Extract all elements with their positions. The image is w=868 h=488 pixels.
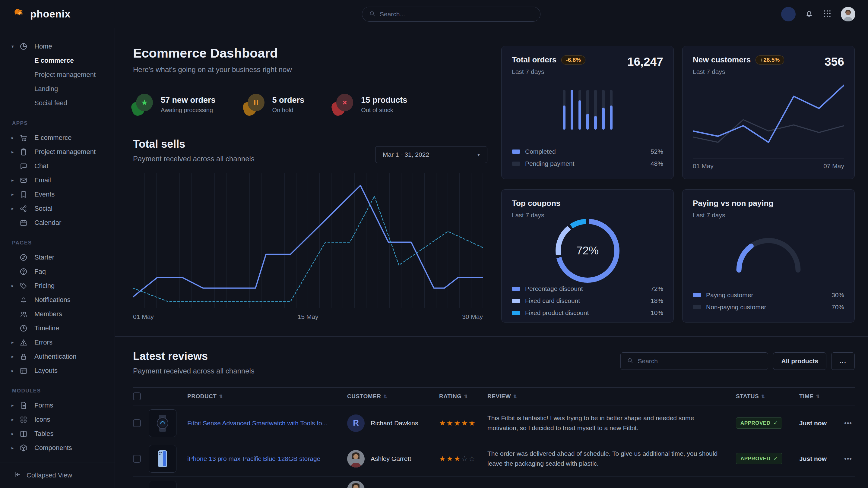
top-coupons-legend: Percentage discount72%Fixed card discoun… [512,283,663,319]
sidebar-item-notifications[interactable]: Notifications [0,293,115,307]
paying-card: Paying vs non paying Last 7 days Paying … [682,189,855,323]
legend-row: Pending payment48% [512,158,663,170]
stat-circle: × [336,94,353,111]
sidebar-item-project-management[interactable]: ▸Project management [0,145,115,159]
legend-label: Percentage discount [525,285,583,292]
sidebar-subitem-landing[interactable]: Landing [0,82,115,96]
all-products-filter-button[interactable]: All products [773,352,826,370]
sidebar-item-chat[interactable]: Chat [0,159,115,173]
paying-period: Last 7 days [693,212,844,219]
user-avatar[interactable] [841,7,855,22]
x-tick-label: 01 May [133,313,154,320]
sidebar-item-label: Errors [34,338,53,346]
collapse-sidebar-button[interactable]: Collapsed View [0,462,115,488]
sidebar-item-forms[interactable]: ▸Forms [0,398,115,412]
sidebar-item-icons[interactable]: ▸Icons [0,412,115,426]
total-sells-title: Total sells [133,138,254,151]
row-menu-button[interactable]: ••• [841,455,855,463]
sidebar-item-pricing[interactable]: ▸Pricing [0,279,115,293]
select-all-checkbox[interactable] [133,392,141,400]
sidebar-item-label: Forms [34,401,53,409]
clipboard-icon [19,148,28,157]
column-header-rating[interactable]: RATING⇅ [439,393,487,400]
paying-legend: Paying customer30%Non-paying customer70% [693,289,844,313]
app-root: phoenix ▾HomeE commerceProject managemen… [0,0,868,488]
sidebar-item-label: Components [34,444,72,452]
total-orders-period: Last 7 days [512,68,627,75]
legend-row: Fixed product discount10% [512,307,663,319]
legend-row: Fixed card discount18% [512,295,663,307]
dashboard-header-column: Ecommerce Dashboard Here's what's going … [133,46,487,323]
sidebar-item-home[interactable]: ▾Home [0,39,115,53]
top-coupons-donut-chart: 72% [512,219,663,283]
sidebar-item-label: Tables [34,430,54,438]
sidebar-item-email[interactable]: ▸Email [0,173,115,187]
sidebar-item-e-commerce[interactable]: ▸E commerce [0,131,115,145]
sidebar-item-errors[interactable]: ▸Errors [0,335,115,349]
collapse-label: Collapsed View [27,471,72,479]
table-row [133,477,855,488]
total-orders-bar-chart [512,75,663,145]
column-header-status[interactable]: STATUS⇅ [736,393,799,400]
column-header-customer[interactable]: CUSTOMER⇅ [347,393,439,400]
kpi-cards: Total orders -6.8% Last 7 days 16,247 Co… [501,46,855,323]
sidebar-item-label: Events [34,191,55,198]
global-search[interactable] [362,7,540,22]
sort-icon: ⇅ [219,394,223,399]
phoenix-logo-icon [13,7,26,21]
column-header-product[interactable]: PRODUCT⇅ [187,393,347,400]
order-bar [610,90,613,130]
apps-menu-button[interactable] [823,9,832,19]
legend-row: Non-paying customer70% [693,301,844,313]
row-checkbox[interactable] [133,419,141,427]
sidebar: ▾HomeE commerceProject managementLanding… [0,28,115,488]
row-checkbox[interactable] [133,455,141,463]
column-header-time[interactable]: TIME⇅ [799,393,841,400]
global-search-input[interactable] [380,10,533,18]
sidebar-item-starter[interactable]: Starter [0,250,115,264]
sidebar-subitem-project-management[interactable]: Project management [0,67,115,82]
stat-circle [248,94,265,111]
row-menu-button[interactable]: ••• [841,419,855,427]
stat-value: 57 new orders [161,96,216,105]
sidebar-item-calendar[interactable]: Calendar [0,216,115,230]
sidebar-item-events[interactable]: ▸Events [0,187,115,201]
chevron-down-icon: ▾ [477,152,480,158]
total-sells-x-axis: 01 May15 May30 May [133,313,483,320]
reviews-table-header: PRODUCT⇅CUSTOMER⇅RATING⇅REVIEW⇅STATUS⇅TI… [133,387,855,405]
sidebar-item-members[interactable]: Members [0,307,115,321]
table-row: iPhone 13 pro max-Pacific Blue-128GB sto… [133,441,855,477]
legend-swatch [512,150,520,154]
reviews-search[interactable] [620,352,768,370]
new-customers-value: 356 [825,55,844,68]
sidebar-item-components[interactable]: ▸Components [0,441,115,455]
reviews-search-input[interactable] [638,357,762,365]
top-coupons-card: Top coupons Last 7 days 72% Percentage d… [501,189,674,323]
reviews-more-button[interactable]: ... [831,352,855,370]
sidebar-item-label: E commerce [34,134,71,142]
product-link[interactable]: Fitbit Sense Advanced Smartwatch with To… [187,420,347,427]
stat-circle: ★ [136,94,153,111]
sidebar-item-social[interactable]: ▸Social [0,201,115,216]
sidebar-item-faq[interactable]: Faq [0,264,115,279]
brand-logo[interactable]: phoenix [13,7,70,21]
paying-gauge-chart [693,219,844,289]
new-customers-badge: +26.5% [755,56,784,65]
sidebar-item-timeline[interactable]: Timeline [0,321,115,335]
sidebar-nav: ▾HomeE commerceProject managementLanding… [0,39,115,462]
collapse-icon [13,470,21,480]
sidebar-item-authentication[interactable]: ▸Authentication [0,349,115,363]
product-link[interactable]: iPhone 13 pro max-Pacific Blue-128GB sto… [187,455,347,462]
date-range-select[interactable]: Mar 1 - 31, 2022 ▾ [375,146,487,163]
quick-stat: 5 ordersOn hold [245,94,305,116]
sidebar-subitem-e-commerce[interactable]: E commerce [0,53,115,67]
notifications-button[interactable] [805,9,814,19]
sidebar-item-layouts[interactable]: ▸Layouts [0,363,115,378]
dark-mode-toggle[interactable] [781,7,796,22]
column-header-review[interactable]: REVIEW⇅ [487,393,736,400]
sidebar-subitem-social-feed[interactable]: Social feed [0,96,115,110]
sidebar-item-tables[interactable]: ▸Tables [0,426,115,441]
caret-right-icon: ▸ [11,445,19,451]
help-icon [19,267,28,276]
new-customers-card: New customers +26.5% Last 7 days 356 01 … [682,46,855,179]
